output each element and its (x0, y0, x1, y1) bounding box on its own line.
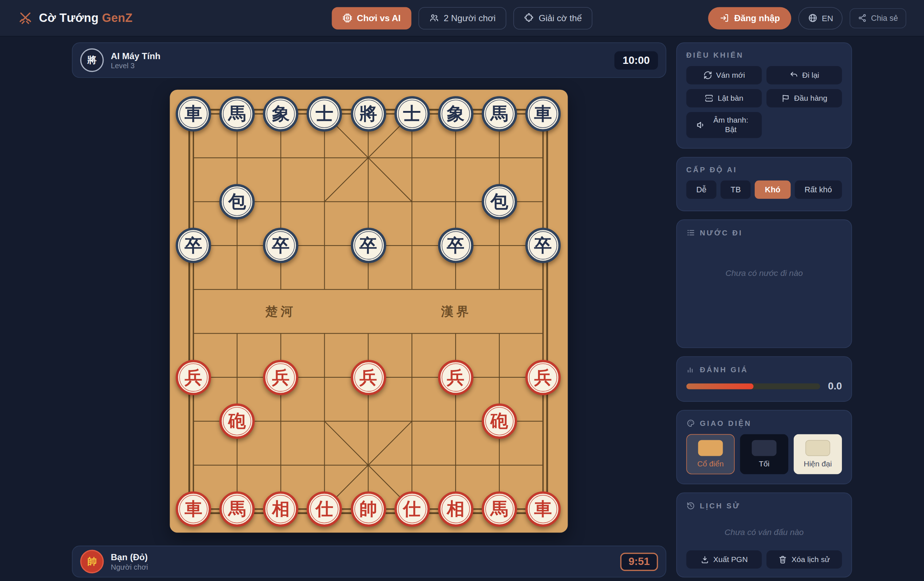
sidebar: ĐIỀU KHIỂN Ván mới Đi lại (676, 42, 852, 577)
users-icon (429, 13, 439, 23)
theme-option-dark[interactable]: Tối (740, 434, 788, 474)
board-piece-black-r0c1[interactable]: 馬 (219, 96, 255, 131)
trash-icon (779, 555, 787, 564)
board-piece-red-r6c8[interactable]: 兵 (525, 359, 561, 395)
history-title: LỊCH SỬ (686, 502, 842, 510)
resign-button[interactable]: Đầu hàng (766, 89, 842, 107)
theme-label-dark: Tối (759, 460, 769, 468)
piece-character: 卒 (185, 237, 202, 254)
board-piece-black-r0c2[interactable]: 象 (263, 96, 299, 131)
nav-right: Đăng nhập EN Chia sẻ (708, 7, 906, 29)
piece-character: 卒 (272, 237, 290, 254)
board-piece-red-r7c1[interactable]: 砲 (219, 404, 255, 439)
piece-character: 兵 (359, 369, 377, 386)
brand-title-accent: GenZ (102, 11, 133, 25)
refresh-icon (703, 71, 712, 79)
piece-character: 卒 (359, 237, 377, 254)
difficulty-hard-button[interactable]: Khó (755, 180, 790, 199)
export-pgn-button[interactable]: Xuất PGN (686, 550, 762, 569)
board-piece-black-r0c7[interactable]: 馬 (482, 96, 517, 131)
list-icon (686, 228, 695, 237)
login-button[interactable]: Đăng nhập (708, 7, 791, 29)
resign-label: Đầu hàng (794, 94, 827, 103)
sound-toggle-button[interactable]: Âm thanh: Bật (686, 112, 762, 138)
board-piece-black-r2c7[interactable]: 包 (482, 184, 517, 219)
theme-title: GIAO DIỆN (686, 419, 842, 428)
board-piece-red-r9c5[interactable]: 仕 (394, 491, 430, 526)
puzzle-icon (524, 13, 534, 23)
moves-panel: NƯỚC ĐI Chưa có nước đi nào (676, 219, 852, 348)
app-root: Cờ Tướng GenZ Chơi vs AI 2 Người chơi (0, 0, 924, 581)
board-piece-red-r6c2[interactable]: 兵 (263, 359, 299, 395)
board-piece-red-r9c4[interactable]: 帥 (351, 491, 386, 526)
board-piece-black-r0c6[interactable]: 象 (438, 96, 474, 131)
bottom-player-name: Bạn (Đỏ) (111, 552, 148, 562)
piece-character: 仕 (315, 500, 333, 518)
tab-puzzles[interactable]: Giải cờ thế (513, 7, 592, 29)
board-piece-black-r3c8[interactable]: 卒 (525, 228, 561, 263)
board-piece-red-r9c8[interactable]: 車 (525, 491, 561, 526)
share-icon (858, 13, 867, 22)
board-piece-red-r9c3[interactable]: 仕 (307, 491, 342, 526)
board-piece-black-r0c8[interactable]: 車 (525, 96, 561, 131)
tab-two-players[interactable]: 2 Người chơi (418, 7, 507, 29)
palette-icon (686, 419, 695, 428)
board-piece-red-r9c0[interactable]: 車 (176, 491, 211, 526)
difficulty-medium-button[interactable]: TB (721, 180, 751, 199)
controls-title: ĐIỀU KHIỂN (686, 51, 842, 60)
xiangqi-board[interactable]: 楚河 漢界 車馬象士將士象馬車包包卒卒卒卒卒兵兵兵兵兵砲砲車馬相仕帥仕相馬車 (170, 90, 568, 533)
history-empty-note: Chưa có ván đấu nào (686, 527, 842, 537)
piece-character: 馬 (228, 105, 246, 122)
theme-option-modern[interactable]: Hiện đại (794, 434, 842, 474)
board-piece-red-r9c1[interactable]: 馬 (219, 491, 255, 526)
board-piece-black-r0c0[interactable]: 車 (176, 96, 211, 131)
board-piece-red-r6c6[interactable]: 兵 (438, 359, 474, 395)
bar-chart-icon (686, 365, 695, 374)
clear-history-button[interactable]: Xóa lịch sử (766, 550, 842, 569)
bottom-player-subtitle: Người chơi (111, 563, 148, 571)
undo-label: Đi lại (802, 71, 819, 79)
board-piece-black-r3c6[interactable]: 卒 (438, 228, 474, 263)
piece-character: 車 (534, 105, 551, 122)
piece-character: 將 (359, 105, 377, 122)
top-player-avatar: 將 (80, 48, 104, 72)
piece-character: 馬 (491, 500, 508, 518)
new-game-button[interactable]: Ván mới (686, 66, 762, 84)
board-piece-black-r3c4[interactable]: 卒 (351, 228, 386, 263)
piece-character: 包 (491, 193, 508, 210)
board-piece-red-r9c7[interactable]: 馬 (482, 491, 517, 526)
brand: Cờ Tướng GenZ (18, 10, 132, 26)
tab-label: 2 Người chơi (444, 13, 495, 23)
board-piece-red-r7c7[interactable]: 砲 (482, 404, 517, 439)
board-piece-black-r0c3[interactable]: 士 (307, 96, 342, 131)
undo-button[interactable]: Đi lại (766, 66, 842, 84)
board-piece-red-r6c4[interactable]: 兵 (351, 359, 386, 395)
board-piece-red-r9c6[interactable]: 相 (438, 491, 474, 526)
difficulty-veryhard-button[interactable]: Rất khó (795, 180, 842, 199)
share-button[interactable]: Chia sẻ (850, 8, 906, 28)
navbar: Cờ Tướng GenZ Chơi vs AI 2 Người chơi (0, 0, 924, 36)
piece-character: 馬 (228, 500, 246, 518)
flip-board-icon (705, 94, 713, 103)
board-piece-black-r3c0[interactable]: 卒 (176, 228, 211, 263)
tab-play-vs-ai[interactable]: Chơi vs AI (332, 7, 411, 29)
bottom-player-bar: 帥 Bạn (Đỏ) Người chơi 9:51 (72, 546, 666, 577)
piece-character: 兵 (272, 369, 290, 386)
board-piece-red-r9c2[interactable]: 相 (263, 491, 299, 526)
board-piece-red-r6c0[interactable]: 兵 (176, 359, 211, 395)
board-piece-black-r0c4[interactable]: 將 (351, 96, 386, 131)
theme-option-classic[interactable]: Cổ điển (686, 434, 735, 474)
board-piece-black-r2c1[interactable]: 包 (219, 184, 255, 219)
tab-label: Giải cờ thế (539, 13, 582, 23)
piece-character: 士 (315, 105, 333, 122)
moves-title-text: NƯỚC ĐI (700, 228, 743, 237)
board-piece-black-r0c5[interactable]: 士 (394, 96, 430, 131)
piece-character: 卒 (447, 237, 464, 254)
flip-board-button[interactable]: Lật bàn (686, 89, 762, 107)
language-button[interactable]: EN (798, 7, 843, 29)
globe-icon (808, 13, 817, 23)
difficulty-easy-button[interactable]: Dễ (686, 180, 716, 199)
nav-tabs: Chơi vs AI 2 Người chơi Giải cờ thế (332, 7, 592, 29)
top-player-subtitle: Level 3 (111, 62, 160, 70)
login-icon (719, 13, 729, 23)
